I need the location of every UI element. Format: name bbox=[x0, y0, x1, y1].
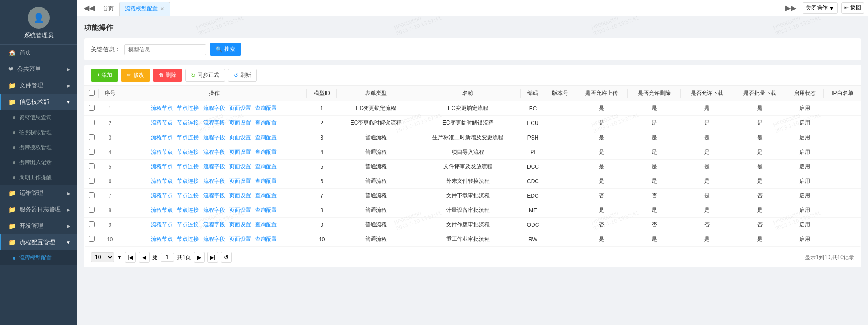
sidebar-item-weekly-work[interactable]: 周期工作提醒 bbox=[0, 170, 77, 185]
row-checkbox[interactable] bbox=[89, 134, 95, 140]
op-flow-node[interactable]: 流程节点 bbox=[151, 207, 173, 213]
row-checkbox[interactable] bbox=[89, 236, 95, 242]
op-page-setting[interactable]: 页面设置 bbox=[229, 163, 251, 170]
op-flow-field[interactable]: 流程字段 bbox=[203, 178, 225, 184]
op-page-setting[interactable]: 页面设置 bbox=[229, 149, 251, 155]
op-flow-node[interactable]: 流程节点 bbox=[151, 236, 173, 242]
op-node-connect[interactable]: 节点连接 bbox=[177, 134, 199, 140]
search-button[interactable]: 🔍 搜索 bbox=[210, 43, 241, 56]
page-prev-button[interactable]: ◀ bbox=[139, 252, 150, 263]
op-flow-field[interactable]: 流程字段 bbox=[203, 207, 225, 213]
table-refresh-button[interactable]: ↺ bbox=[221, 252, 232, 263]
tab-back-button[interactable]: ◀◀ bbox=[81, 4, 97, 12]
row-code: DCC bbox=[521, 160, 545, 174]
sidebar-item-home[interactable]: 🏠 首页 bbox=[0, 45, 77, 61]
op-flow-field[interactable]: 流程字段 bbox=[203, 192, 225, 199]
op-page-setting[interactable]: 页面设置 bbox=[229, 134, 251, 140]
op-query-config[interactable]: 查询配置 bbox=[255, 149, 277, 155]
row-checkbox[interactable] bbox=[89, 221, 95, 227]
delete-button[interactable]: 🗑 删除 bbox=[153, 69, 182, 82]
page-first-button[interactable]: |◀ bbox=[125, 252, 136, 263]
return-button[interactable]: ⇤ 返回 bbox=[841, 2, 864, 14]
row-checkbox[interactable] bbox=[89, 149, 95, 155]
op-flow-node[interactable]: 流程节点 bbox=[151, 163, 173, 170]
tab-forward-button[interactable]: ▶▶ bbox=[783, 4, 799, 12]
page-input[interactable] bbox=[161, 253, 174, 262]
op-page-setting[interactable]: 页面设置 bbox=[229, 178, 251, 184]
op-page-setting[interactable]: 页面设置 bbox=[229, 221, 251, 228]
op-query-config[interactable]: 查询配置 bbox=[255, 236, 277, 242]
sidebar-item-ops-mgmt[interactable]: 📁 运维管理 ▶ bbox=[0, 185, 77, 201]
sidebar-item-dev-mgmt[interactable]: 📁 开发管理 ▶ bbox=[0, 218, 77, 234]
op-flow-field[interactable]: 流程字段 bbox=[203, 236, 225, 242]
op-node-connect[interactable]: 节点连接 bbox=[177, 192, 199, 199]
op-node-connect[interactable]: 节点连接 bbox=[177, 105, 199, 111]
op-node-connect[interactable]: 节点连接 bbox=[177, 163, 199, 170]
op-flow-node[interactable]: 流程节点 bbox=[151, 221, 173, 228]
op-flow-node[interactable]: 流程节点 bbox=[151, 149, 173, 155]
sidebar-item-carry-record[interactable]: 携带出入记录 bbox=[0, 155, 77, 170]
refresh-button[interactable]: ↺ 刷新 bbox=[228, 69, 257, 82]
row-checkbox[interactable] bbox=[89, 120, 95, 125]
sync-button[interactable]: ↻ 同步正式 bbox=[185, 69, 225, 82]
op-query-config[interactable]: 查询配置 bbox=[255, 105, 277, 111]
op-flow-node[interactable]: 流程节点 bbox=[151, 192, 173, 199]
op-node-connect[interactable]: 节点连接 bbox=[177, 178, 199, 184]
op-query-config[interactable]: 查询配置 bbox=[255, 134, 277, 140]
op-flow-field[interactable]: 流程字段 bbox=[203, 120, 225, 126]
sidebar-item-flow-model[interactable]: 流程模型配置 bbox=[0, 250, 77, 265]
op-node-connect[interactable]: 节点连接 bbox=[177, 207, 199, 213]
op-page-setting[interactable]: 页面设置 bbox=[229, 236, 251, 242]
row-checkbox[interactable] bbox=[89, 105, 95, 111]
row-checkbox[interactable] bbox=[89, 192, 95, 198]
op-node-connect[interactable]: 节点连接 bbox=[177, 236, 199, 242]
op-page-setting[interactable]: 页面设置 bbox=[229, 120, 251, 126]
op-flow-field[interactable]: 流程字段 bbox=[203, 221, 225, 228]
op-node-connect[interactable]: 节点连接 bbox=[177, 149, 199, 155]
op-flow-field[interactable]: 流程字段 bbox=[203, 163, 225, 170]
row-model-id: 9 bbox=[307, 218, 337, 232]
row-checkbox[interactable] bbox=[89, 178, 95, 184]
op-query-config[interactable]: 查询配置 bbox=[255, 120, 277, 126]
page-next-button[interactable]: ▶ bbox=[194, 252, 205, 263]
op-flow-field[interactable]: 流程字段 bbox=[203, 134, 225, 140]
op-page-setting[interactable]: 页面设置 bbox=[229, 105, 251, 111]
tab-home[interactable]: 首页 bbox=[97, 2, 119, 16]
op-flow-node[interactable]: 流程节点 bbox=[151, 120, 173, 126]
sidebar-item-flow-config[interactable]: 📁 流程配置管理 ▼ bbox=[0, 234, 77, 250]
select-all-checkbox[interactable] bbox=[89, 90, 95, 96]
row-checkbox[interactable] bbox=[89, 207, 95, 213]
op-node-connect[interactable]: 节点连接 bbox=[177, 221, 199, 228]
op-flow-node[interactable]: 流程节点 bbox=[151, 134, 173, 140]
op-query-config[interactable]: 查询配置 bbox=[255, 192, 277, 199]
public-list-icon: ❤ bbox=[8, 65, 14, 73]
page-last-button[interactable]: ▶| bbox=[207, 252, 218, 263]
edit-button[interactable]: ✏ 修改 bbox=[121, 69, 150, 82]
search-input[interactable] bbox=[124, 44, 206, 55]
sidebar-item-carry-perm[interactable]: 携带授权管理 bbox=[0, 140, 77, 155]
tab-close-icon[interactable]: ✕ bbox=[161, 6, 164, 11]
op-query-config[interactable]: 查询配置 bbox=[255, 163, 277, 170]
op-flow-field[interactable]: 流程字段 bbox=[203, 149, 225, 155]
op-query-config[interactable]: 查询配置 bbox=[255, 178, 277, 184]
sidebar-item-asset-query[interactable]: 资材信息查询 bbox=[0, 110, 77, 125]
op-page-setting[interactable]: 页面设置 bbox=[229, 192, 251, 199]
sidebar-item-file-mgmt[interactable]: 📁 文件管理 ▶ bbox=[0, 77, 77, 94]
close-operation-button[interactable]: 关闭操作 ▼ bbox=[803, 2, 838, 14]
op-flow-node[interactable]: 流程节点 bbox=[151, 178, 173, 184]
row-allow-upload: 是 bbox=[575, 232, 628, 247]
op-flow-field[interactable]: 流程字段 bbox=[203, 105, 225, 111]
add-button[interactable]: + 添加 bbox=[91, 69, 118, 82]
sidebar-item-server-log[interactable]: 📁 服务器日志管理 ▶ bbox=[0, 201, 77, 218]
op-flow-node[interactable]: 流程节点 bbox=[151, 105, 173, 111]
sidebar-item-it-dept[interactable]: 📁 信息技术部 ▼ bbox=[0, 94, 77, 110]
page-size-select[interactable]: 10 20 50 100 bbox=[91, 252, 114, 262]
op-page-setting[interactable]: 页面设置 bbox=[229, 207, 251, 213]
tab-flow-model[interactable]: 流程模型配置 ✕ bbox=[119, 2, 170, 16]
op-query-config[interactable]: 查询配置 bbox=[255, 221, 277, 228]
row-checkbox[interactable] bbox=[89, 163, 95, 169]
op-node-connect[interactable]: 节点连接 bbox=[177, 120, 199, 126]
op-query-config[interactable]: 查询配置 bbox=[255, 207, 277, 213]
sidebar-item-photo-perm[interactable]: 拍照权限管理 bbox=[0, 125, 77, 140]
sidebar-item-public-list[interactable]: ❤ 公共菜单 ▶ bbox=[0, 61, 77, 77]
